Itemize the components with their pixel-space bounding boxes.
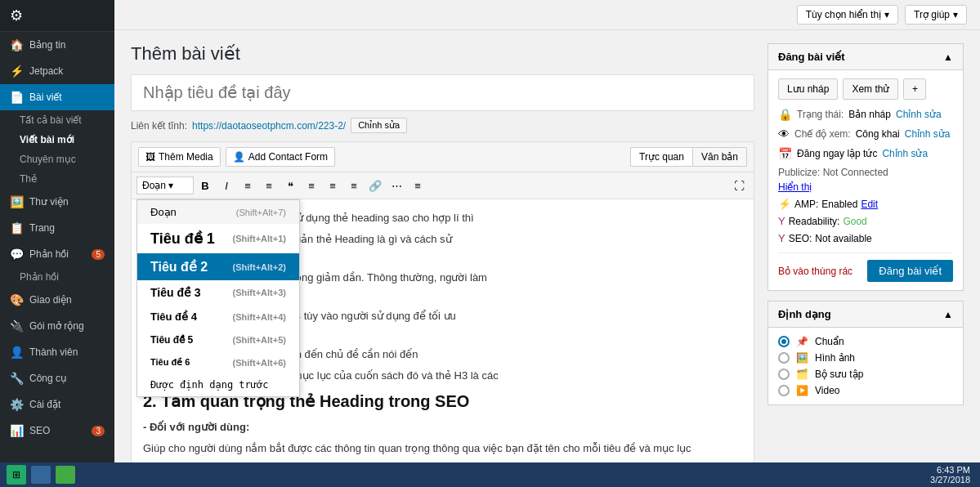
date-label: Đăng ngay lập tức: [797, 148, 877, 159]
readability-label: Readability:: [789, 216, 840, 227]
sidebar-item-jetpack[interactable]: ⚡ Jetpack: [0, 58, 114, 84]
format-option-chuan[interactable]: 📌 Chuẩn: [778, 336, 953, 347]
format-radio-video[interactable]: [778, 385, 790, 396]
sidebar-item-bang-tin[interactable]: 🏠 Bảng tin: [0, 32, 114, 58]
format-label-video: Video: [815, 385, 839, 396]
page-title: Thêm bài viết: [131, 43, 754, 65]
sidebar-item-phan-hoi[interactable]: 💬 Phản hồi 5: [0, 241, 114, 267]
format-option-bo-suu-tap[interactable]: 🗂️ Bộ sưu tập: [778, 369, 953, 380]
sidebar-label-phan-hoi2: Phản hồi: [20, 271, 59, 283]
save-draft-button[interactable]: Lưu nháp: [778, 78, 838, 100]
clock-time: 6:43 PM: [930, 465, 970, 475]
link-button[interactable]: 🔗: [365, 176, 385, 195]
dropdown-item-h1[interactable]: Tiêu đề 1 (Shift+Alt+1): [137, 224, 299, 253]
sidebar-item-cai-dat[interactable]: ⚙️ Cài đặt: [0, 391, 114, 418]
sidebar-label-tat-ca: Tất cả bài viết: [20, 114, 82, 126]
ordered-list-button[interactable]: ≡: [259, 176, 279, 195]
align-center-button[interactable]: ≡: [323, 176, 342, 195]
sidebar-item-thu-vien[interactable]: 🖼️ Thư viện: [0, 189, 114, 215]
amp-value: Enabled: [821, 199, 857, 210]
format-toggle[interactable]: ▲: [943, 309, 953, 320]
taskbar-files-icon[interactable]: [56, 466, 75, 484]
format-toolbar: Đoạn ▾ Đoạn (Shift+Alt+7) Tiêu đề 1 (Shi…: [131, 172, 754, 199]
sidebar-item-seo[interactable]: 📊 SEO 3: [0, 418, 114, 444]
taskbar-ie-icon[interactable]: [31, 466, 51, 484]
italic-button[interactable]: I: [217, 176, 236, 195]
display-options-button[interactable]: Tùy chọn hiển thị ▾: [797, 5, 898, 25]
date-icon: 📅: [778, 147, 792, 160]
right-panel: Đăng bài viết ▲ Lưu nháp Xem thử +: [767, 43, 964, 474]
publish-box: Đăng bài viết ▲ Lưu nháp Xem thử +: [767, 43, 964, 291]
align-left-button[interactable]: ≡: [302, 176, 321, 195]
preview-button[interactable]: Xem thử: [843, 78, 898, 100]
help-button[interactable]: Trợ giúp ▾: [905, 5, 967, 25]
view-edit-link[interactable]: Chỉnh sửa: [905, 128, 951, 140]
doan-shortcut: (Shift+Alt+7): [236, 208, 286, 217]
sidebar-item-trang[interactable]: 📋 Trang: [0, 215, 114, 241]
sidebar-item-goi-mo-rong[interactable]: 🔌 Gói mở rộng: [0, 313, 114, 339]
sidebar-item-giao-dien[interactable]: 🎨 Giao diện: [0, 287, 114, 313]
add-contact-button[interactable]: 👤 Add Contact Form: [226, 147, 335, 167]
format-radio-bo-suu-tap[interactable]: [778, 369, 790, 380]
format-option-video[interactable]: ▶️ Video: [778, 385, 953, 396]
publicize-show-link[interactable]: Hiển thị: [778, 181, 812, 193]
dropdown-item-h2[interactable]: Tiêu đề 2 (Shift+Alt+2): [137, 253, 299, 280]
sidebar-item-tat-ca-bai-viet[interactable]: Tất cả bài viết: [0, 110, 114, 130]
dropdown-item-doan[interactable]: Đoạn (Shift+Alt+7): [137, 200, 299, 224]
post-title-input[interactable]: [131, 74, 754, 111]
sidebar-label-giao-dien: Giao diện: [29, 294, 72, 306]
sidebar-item-cong-cu[interactable]: 🔧 Công cụ: [0, 365, 114, 391]
preview-plus-button[interactable]: +: [903, 78, 926, 100]
sidebar-item-chuyen-muc[interactable]: Chuyên mục: [0, 150, 114, 169]
blockquote-button[interactable]: ❝: [280, 176, 300, 195]
permalink-edit-button[interactable]: Chỉnh sửa: [351, 118, 407, 133]
status-edit-link[interactable]: Chỉnh sửa: [896, 109, 942, 120]
sidebar-item-thanh-vien[interactable]: 👤 Thành viên: [0, 339, 114, 365]
publish-toggle[interactable]: ▲: [943, 51, 953, 63]
unordered-list-button[interactable]: ≡: [238, 176, 257, 195]
date-edit-link[interactable]: Chỉnh sửa: [882, 148, 928, 159]
publish-button[interactable]: Đăng bài viết: [867, 260, 953, 282]
sidebar-label-chuyen-muc: Chuyên mục: [20, 154, 76, 165]
bold-button[interactable]: B: [195, 176, 215, 195]
format-radio-chuan[interactable]: [778, 336, 790, 347]
sidebar-item-viet-bai-moi[interactable]: Viết bài mới: [0, 130, 114, 150]
fullscreen-button[interactable]: ⛶: [729, 176, 749, 195]
add-media-button[interactable]: 🖼 Thêm Media: [138, 147, 221, 167]
status-label: Trạng thái:: [797, 109, 844, 120]
text-tab[interactable]: Văn bản: [692, 147, 747, 167]
format-box-header: Định dạng ▲: [768, 302, 963, 328]
align-right-button[interactable]: ≡: [344, 176, 364, 195]
status-row: 🔒 Trạng thái: Bản nháp Chỉnh sửa: [778, 108, 953, 121]
amp-edit-link[interactable]: Edit: [861, 199, 878, 210]
trash-link[interactable]: Bỏ vào thùng rác: [778, 266, 852, 277]
clock: 6:43 PM 3/27/2018: [920, 465, 980, 485]
dropdown-item-h3[interactable]: Tiêu đề 3 (Shift+Alt+3): [137, 280, 299, 305]
dropdown-item-preformatted[interactable]: Được định dạng trước: [137, 373, 299, 396]
sidebar-label-seo: SEO: [29, 425, 50, 436]
phan-hoi-icon: 💬: [10, 248, 23, 261]
format-radio-hinh-anh[interactable]: [778, 352, 790, 364]
publish-box-header: Đăng bài viết ▲: [768, 44, 963, 70]
sidebar-item-the[interactable]: Thẻ: [0, 169, 114, 189]
view-value: Công khai: [856, 128, 900, 140]
toggle-toolbar-button[interactable]: ≡: [408, 176, 427, 195]
view-tabs: Trực quan Văn bản: [630, 147, 747, 167]
insert-more-button[interactable]: ⋯: [387, 176, 406, 195]
dropdown-item-h6[interactable]: Tiêu đề 6 (Shift+Alt+6): [137, 351, 299, 373]
clock-date: 3/27/2018: [930, 475, 970, 485]
format-select[interactable]: Đoạn ▾: [136, 176, 194, 194]
taskbar-start[interactable]: ⊞: [7, 465, 26, 485]
format-icon-bo-suu-tap: 🗂️: [796, 369, 808, 380]
permalink-url[interactable]: https://daotaoseotphcm.com/223-2/: [192, 120, 346, 132]
visual-tab[interactable]: Trực quan: [630, 147, 692, 167]
display-options-chevron: ▾: [884, 9, 889, 20]
dropdown-item-h5[interactable]: Tiêu đề 5 (Shift+Alt+5): [137, 328, 299, 351]
readability-icon: Y: [778, 215, 785, 227]
dropdown-item-h4[interactable]: Tiêu đề 4 (Shift+Alt+4): [137, 305, 299, 328]
sidebar-item-phan-hoi2[interactable]: Phản hồi: [0, 267, 114, 287]
cai-dat-icon: ⚙️: [10, 398, 23, 411]
format-option-hinh-anh[interactable]: 🖼️ Hình ảnh: [778, 352, 953, 364]
format-icon-chuan: 📌: [796, 336, 808, 347]
sidebar-item-bai-viet[interactable]: 📄 Bài viết: [0, 84, 114, 110]
